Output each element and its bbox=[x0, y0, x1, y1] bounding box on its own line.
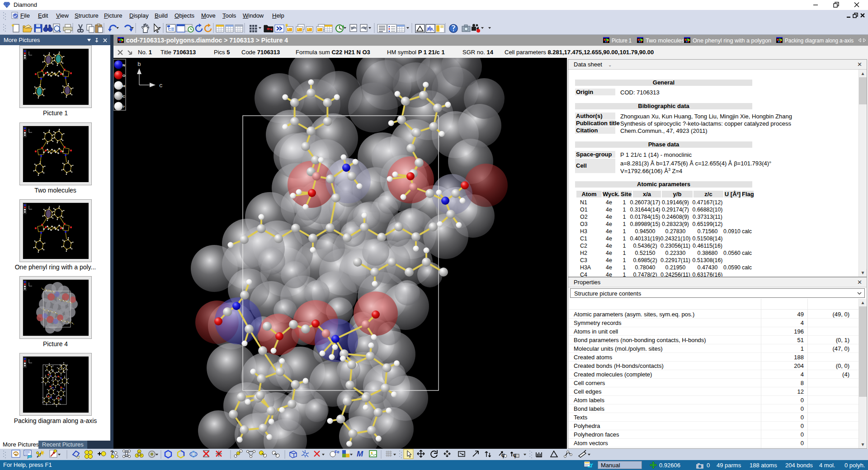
svg-text:Picture 1: Picture 1 bbox=[612, 37, 632, 44]
svg-text:N: N bbox=[123, 63, 125, 67]
svg-text:Fe: Fe bbox=[335, 450, 340, 454]
svg-text:One phenyl ring with a polygon: One phenyl ring with a polygon bbox=[693, 37, 771, 44]
svg-text:O: O bbox=[123, 74, 125, 78]
svg-text:C: C bbox=[123, 94, 125, 99]
svg-text:Two molecules: Two molecules bbox=[646, 37, 684, 44]
svg-text:H: H bbox=[123, 84, 125, 88]
svg-text:b: b bbox=[137, 61, 141, 68]
svg-text:?: ? bbox=[123, 105, 125, 109]
svg-text:c: c bbox=[159, 82, 163, 89]
svg-text:Packing diagram along a-axis: Packing diagram along a-axis bbox=[785, 37, 854, 44]
svg-text:M: M bbox=[357, 450, 363, 458]
